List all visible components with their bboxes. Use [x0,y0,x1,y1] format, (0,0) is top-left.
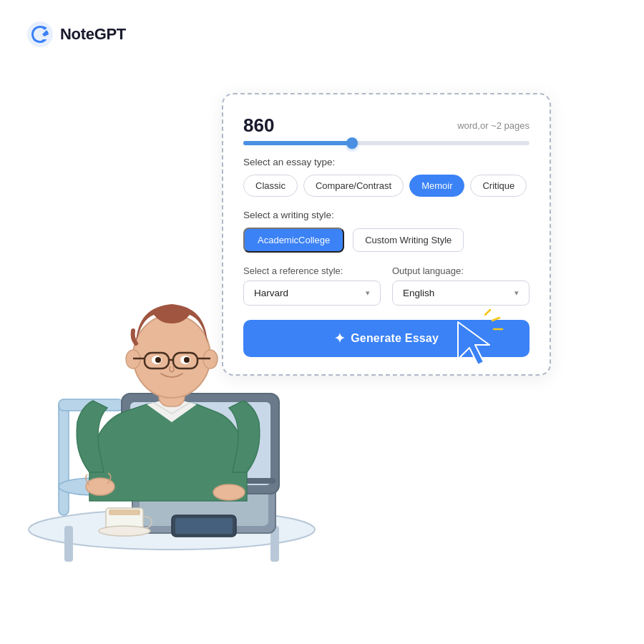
chip-critique[interactable]: Critique [470,175,527,197]
svg-line-32 [485,310,490,315]
logo-text: NoteGPT [60,25,126,44]
output-language-value: English [403,288,434,298]
essay-type-label: Select an essay type: [243,157,530,167]
slider-fill [243,141,352,145]
word-count-slider[interactable] [243,141,530,145]
svg-point-25 [155,357,161,363]
reference-style-select[interactable]: Harvard ▾ [243,280,381,306]
cursor-wrapper [444,308,508,372]
ref-lang-row: Select a reference style: Harvard ▾ Outp… [243,265,530,306]
essay-type-chips: Classic Compare/Contrast Memoir Critique [243,175,530,197]
word-count-row: 860 word,or ~2 pages [243,114,530,137]
output-language-select[interactable]: English ▾ [392,280,530,306]
svg-point-13 [213,484,245,500]
svg-rect-29 [109,509,140,515]
generate-essay-label: Generate Essay [351,332,439,345]
svg-point-26 [184,357,190,363]
header: NoteGPT [26,20,126,49]
sparkle-icon: ✦ [334,331,345,346]
svg-line-33 [492,318,499,321]
svg-rect-31 [175,518,233,534]
reference-chevron-icon: ▾ [366,288,370,298]
chip-memoir[interactable]: Memoir [409,175,464,197]
writing-style-row: AcademicCollege Custom Writing Style [243,228,530,253]
cursor-svg [444,308,508,372]
custom-writing-style-button[interactable]: Custom Writing Style [353,228,464,252]
reference-style-label: Select a reference style: [243,265,381,276]
reference-style-group: Select a reference style: Harvard ▾ [243,265,381,306]
chip-compare[interactable]: Compare/Contrast [303,175,404,197]
slider-track [243,141,530,145]
svg-rect-2 [64,526,73,562]
language-chevron-icon: ▾ [514,288,519,298]
notegpt-logo-icon [26,20,54,49]
slider-thumb[interactable] [346,137,358,149]
writing-style-label: Select a writing style: [243,210,530,220]
svg-point-0 [27,21,53,47]
svg-rect-4 [59,401,69,515]
svg-point-28 [99,526,150,536]
output-language-label: Output language: [392,265,530,276]
reference-style-value: Harvard [254,288,288,298]
chip-classic[interactable]: Classic [243,175,298,197]
academic-college-chip[interactable]: AcademicCollege [243,228,344,253]
word-count-number: 860 [243,114,274,137]
word-count-label: word,or ~2 pages [457,120,530,131]
output-language-group: Output language: English ▾ [392,265,530,306]
